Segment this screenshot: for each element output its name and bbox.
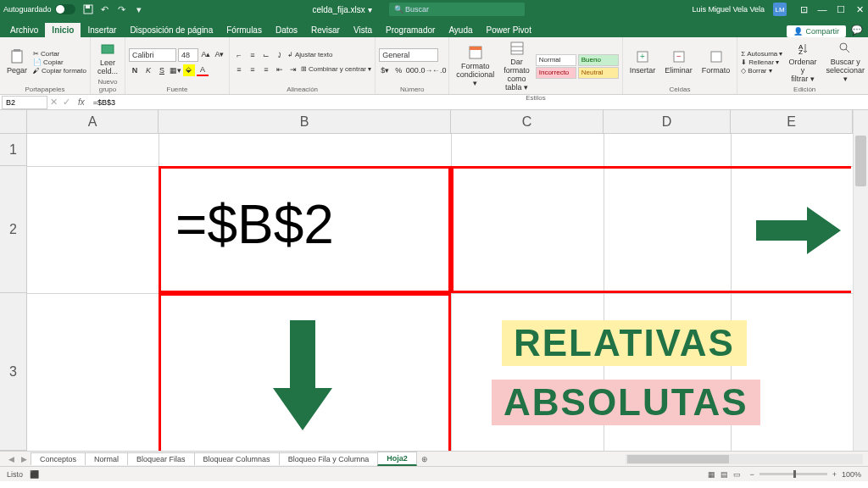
qat-more-icon[interactable]: ▾ xyxy=(133,3,145,15)
clear-button[interactable]: ◇ Borrar ▾ xyxy=(741,67,782,75)
find-select-button[interactable]: Buscar y seleccionar ▾ xyxy=(823,39,868,85)
view-normal-icon[interactable]: ▦ xyxy=(708,470,715,479)
row-1[interactable]: 1 xyxy=(0,134,26,166)
toggle-icon[interactable] xyxy=(55,4,75,14)
col-C[interactable]: C xyxy=(451,110,604,133)
search-box[interactable]: 🔍 Buscar xyxy=(389,3,525,16)
indent-decrease-icon[interactable]: ⇤ xyxy=(274,64,286,75)
add-sheet-icon[interactable]: ⊕ xyxy=(416,455,433,463)
close-icon[interactable]: ✕ xyxy=(854,4,865,15)
style-bueno[interactable]: Bueno xyxy=(578,54,619,66)
accept-formula-icon[interactable]: ✓ xyxy=(60,97,73,108)
sheet-tab-bloquear-filas[interactable]: Bloquear Filas xyxy=(127,452,195,465)
undo-icon[interactable]: ↶ xyxy=(99,3,111,15)
merge-button[interactable]: ⊞ Combinar y centrar ▾ xyxy=(301,64,371,75)
tab-insertar[interactable]: Insertar xyxy=(81,23,123,37)
indent-increase-icon[interactable]: ⇥ xyxy=(287,64,299,75)
zoom-in-icon[interactable]: + xyxy=(832,470,837,479)
zoom-out-icon[interactable]: − xyxy=(749,470,754,479)
share-button[interactable]: 👤 Compartir xyxy=(787,25,846,37)
ribbon-options-icon[interactable]: ⊡ xyxy=(798,4,809,15)
maximize-icon[interactable]: ☐ xyxy=(836,4,846,15)
number-format-select[interactable]: General xyxy=(379,48,438,62)
avatar[interactable]: LM xyxy=(773,3,787,16)
view-pagebreak-icon[interactable]: ▭ xyxy=(733,470,741,479)
sheet-tab-conceptos[interactable]: Conceptos xyxy=(31,452,86,465)
user-name[interactable]: Luis Miguel Vela Vela xyxy=(692,5,765,14)
col-D[interactable]: D xyxy=(604,110,731,133)
style-neutral[interactable]: Neutral xyxy=(578,67,619,79)
zoom-level[interactable]: 100% xyxy=(842,470,861,479)
sort-filter-button[interactable]: AZ Ordenar y filtrar ▾ xyxy=(786,39,821,85)
currency-icon[interactable]: $▾ xyxy=(379,64,391,76)
autosum-button[interactable]: Σ Autosuma ▾ xyxy=(741,50,782,58)
macro-record-icon[interactable]: ⬛ xyxy=(30,470,39,479)
vertical-scrollbar[interactable] xyxy=(853,110,868,451)
row-2[interactable]: 2 xyxy=(0,166,26,293)
sheet-tab-normal[interactable]: Normal xyxy=(85,452,128,465)
orientation-icon[interactable]: ⤸ xyxy=(274,49,286,61)
align-bottom-icon[interactable]: ⌙ xyxy=(260,49,272,61)
borders-icon[interactable]: ▦▾ xyxy=(170,64,181,76)
fill-button[interactable]: ⬇ Rellenar ▾ xyxy=(741,58,782,66)
wrap-text-button[interactable]: ↲ Ajustar texto xyxy=(287,49,332,61)
thousands-icon[interactable]: 000 xyxy=(406,64,418,76)
tab-datos[interactable]: Datos xyxy=(269,23,304,37)
font-color-icon[interactable]: A xyxy=(197,64,209,76)
underline-button[interactable]: S xyxy=(156,64,168,76)
col-E[interactable]: E xyxy=(731,110,853,133)
percent-icon[interactable]: % xyxy=(392,64,404,76)
sheet-tab-bloqueo-fc[interactable]: Bloqueo Fila y Columna xyxy=(279,452,379,465)
fill-color-icon[interactable]: ⬙ xyxy=(183,64,195,76)
comments-icon[interactable]: 💬 xyxy=(849,22,865,37)
col-A[interactable]: A xyxy=(27,110,159,133)
delete-cells-button[interactable]: − Eliminar xyxy=(661,47,696,76)
filename[interactable]: celda_fija.xlsx ▾ xyxy=(312,5,371,14)
conditional-format-button[interactable]: Formato condicional ▾ xyxy=(453,43,498,89)
align-right-icon[interactable]: ≡ xyxy=(260,64,272,75)
cells-area[interactable]: =$B$2 RELATIVAS ABSOLUTAS xyxy=(27,134,853,451)
copy-button[interactable]: 📄 Copiar xyxy=(33,58,86,66)
tab-vista[interactable]: Vista xyxy=(347,23,379,37)
name-box[interactable]: B2 xyxy=(2,96,47,109)
tab-ayuda[interactable]: Ayuda xyxy=(442,23,479,37)
italic-button[interactable]: K xyxy=(142,64,154,76)
bold-button[interactable]: N xyxy=(129,64,141,76)
cut-button[interactable]: ✂ Cortar xyxy=(33,50,86,58)
col-B[interactable]: B xyxy=(159,110,451,133)
align-center-icon[interactable]: ≡ xyxy=(247,64,259,75)
tab-powerpivot[interactable]: Power Pivot xyxy=(480,23,538,37)
decrease-font-icon[interactable]: A▾ xyxy=(214,48,225,60)
save-icon[interactable] xyxy=(82,3,94,15)
autosave-toggle[interactable]: Autoguardado xyxy=(3,4,75,14)
style-normal[interactable]: Normal xyxy=(536,54,576,66)
align-left-icon[interactable]: ≡ xyxy=(233,64,245,75)
decrease-decimal-icon[interactable]: ←.0 xyxy=(433,64,445,76)
spreadsheet-grid[interactable]: A B C D E 1 2 3 =$B$2 RELATIVAS ABSOLUTA… xyxy=(0,110,868,451)
sheet-tab-hoja2[interactable]: Hoja2 xyxy=(377,452,417,466)
style-incorrecto[interactable]: Incorrecto xyxy=(536,67,576,79)
fx-icon[interactable]: fx xyxy=(73,97,90,107)
tab-disposicion[interactable]: Disposición de página xyxy=(123,23,220,37)
formula-input[interactable]: =$B$3 xyxy=(90,98,868,107)
cancel-formula-icon[interactable]: ✕ xyxy=(47,97,60,108)
format-painter-button[interactable]: 🖌 Copiar formato xyxy=(33,67,86,75)
paste-button[interactable]: Pegar xyxy=(3,47,31,76)
format-cells-button[interactable]: Formato xyxy=(698,47,734,76)
tab-programador[interactable]: Programador xyxy=(379,23,442,37)
tab-archivo[interactable]: Archivo xyxy=(3,23,45,37)
sheet-tab-bloquear-columnas[interactable]: Bloquear Columnas xyxy=(194,452,280,465)
sheet-nav-prev-icon[interactable]: ◀ xyxy=(5,455,18,463)
view-layout-icon[interactable]: ▤ xyxy=(721,470,728,479)
font-name-select[interactable]: Calibri xyxy=(129,48,176,62)
format-as-table-button[interactable]: Dar formato como tabla ▾ xyxy=(500,39,533,93)
horizontal-scrollbar[interactable] xyxy=(626,454,863,464)
read-cells-button[interactable]: Leer celd... xyxy=(94,40,121,77)
select-all-corner[interactable] xyxy=(0,110,27,134)
insert-cells-button[interactable]: + Insertar xyxy=(626,47,659,76)
tab-inicio[interactable]: Inicio xyxy=(45,23,81,37)
redo-icon[interactable]: ↷ xyxy=(116,3,128,15)
align-top-icon[interactable]: ⌐ xyxy=(233,49,245,61)
align-middle-icon[interactable]: ≡ xyxy=(247,49,259,61)
font-size-select[interactable]: 48 xyxy=(178,48,198,62)
